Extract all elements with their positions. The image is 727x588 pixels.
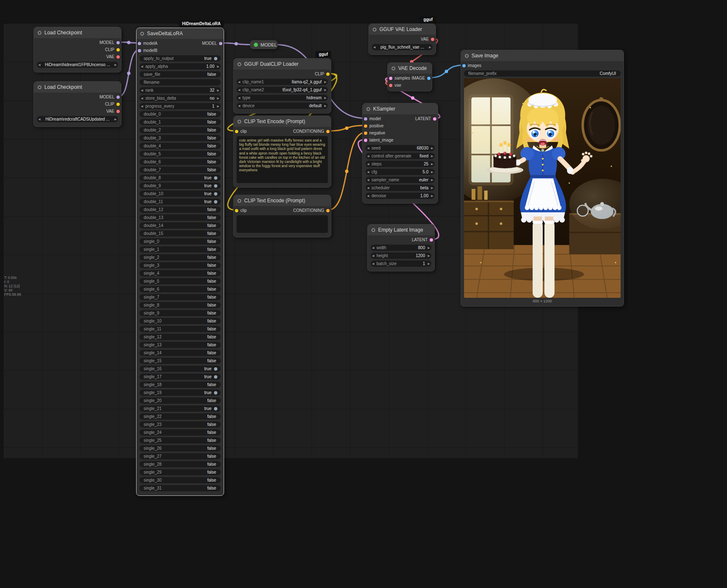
decrement-arrow-icon[interactable]: ◀ [237,103,242,109]
increment-arrow-icon[interactable]: ▶ [323,95,328,101]
collapse-dot-icon[interactable] [465,54,469,58]
widget-single_0[interactable]: single_0false [139,238,221,245]
input-slot-modelB[interactable]: modelB [137,47,224,54]
widget-single_31[interactable]: single_31false [139,485,221,491]
increment-arrow-icon[interactable]: ▶ [430,145,435,151]
input-dot-icon[interactable] [462,64,466,67]
output-slot-VAE[interactable]: VAE [34,53,121,60]
widget-double_3[interactable]: double_3false [139,135,221,141]
toggle-dot-icon[interactable] [214,200,217,204]
prompt-textarea[interactable]: cute anime girl with massive fluffy fenn… [237,136,328,183]
output-dot-icon[interactable] [116,95,120,99]
widget-width[interactable]: ◀width800▶ [371,245,431,251]
decrement-arrow-icon[interactable]: ◀ [371,245,376,251]
output-dot-icon[interactable] [116,41,120,44]
widget-double_8[interactable]: double_8true [139,175,221,181]
graph-viewport[interactable]: Load CheckpointMODELCLIPVAE◀HiDream\hidr… [0,0,727,588]
increment-arrow-icon[interactable]: ▶ [216,63,221,70]
node-clip_neg[interactable]: CLIP Text Encode (Prompt)clipCONDITIONIN… [233,195,331,237]
widget-denoise[interactable]: ◀denoise1.00▶ [366,193,435,199]
input-dot-icon[interactable] [364,139,367,142]
widget-single_7[interactable]: single_7false [139,294,221,300]
increment-arrow-icon[interactable]: ▶ [430,169,435,175]
input-slot-vae[interactable]: vae [388,82,432,89]
node-ggufvae[interactable]: ggufGGUF VAE LoaderVAE◀pig_flux_schnell_… [369,23,436,55]
widget-single_15[interactable]: single_15false [139,358,221,364]
output-dot-icon[interactable] [431,38,434,41]
widget-seed[interactable]: ◀seed68030▶ [366,145,435,151]
decrement-arrow-icon[interactable]: ◀ [37,116,42,122]
toggle-dot-icon[interactable] [214,375,217,379]
increment-arrow-icon[interactable]: ▶ [216,95,221,101]
output-dot-icon[interactable] [326,209,330,212]
widget-batch_size[interactable]: ◀batch_size1▶ [371,260,431,267]
input-slot-negative[interactable]: negative [363,129,438,137]
node-emptylatent[interactable]: Empty Latent ImageLATENT◀width800▶◀heigh… [367,224,435,271]
decrement-arrow-icon[interactable]: ◀ [139,95,144,101]
input-slot-latent_image[interactable]: latent_image [363,137,438,144]
decrement-arrow-icon[interactable]: ◀ [37,62,42,68]
increment-arrow-icon[interactable]: ▶ [113,116,118,122]
increment-arrow-icon[interactable]: ▶ [216,87,221,93]
toggle-dot-icon[interactable] [214,407,217,410]
widget-filename[interactable]: filename [139,79,221,85]
output-dot-icon[interactable] [430,238,433,242]
widget-single_17[interactable]: single_17true [139,374,221,380]
widget-single_5[interactable]: single_5false [139,278,221,284]
node-clip_pos[interactable]: CLIP Text Encode (Prompt)clipCONDITIONIN… [233,116,331,188]
input-dot-icon[interactable] [138,49,141,52]
increment-arrow-icon[interactable]: ▶ [426,245,431,251]
input-dot-icon[interactable] [364,132,367,135]
decrement-arrow-icon[interactable]: ◀ [366,193,371,199]
input-dot-icon[interactable] [364,124,367,128]
toggle-dot-icon[interactable] [214,192,217,196]
decrement-arrow-icon[interactable]: ◀ [366,145,371,151]
widget-store_bias_delta[interactable]: ◀store_bias_deltano▶ [139,95,221,101]
widget-double_10[interactable]: double_10true [139,191,221,197]
decrement-arrow-icon[interactable]: ◀ [366,153,371,159]
widget-scheduler[interactable]: ◀schedulerbeta▶ [366,185,435,191]
increment-arrow-icon[interactable]: ▶ [430,185,435,191]
widget-single_27[interactable]: single_27false [139,453,221,459]
output-slot-LATENT[interactable]: LATENT [368,236,434,243]
node-ckpt1[interactable]: Load CheckpointMODELCLIPVAE◀HiDream\hidr… [34,27,121,72]
input-slot-positive[interactable]: positive [363,122,438,129]
output-dot-icon[interactable] [116,55,120,59]
widget-control after generate[interactable]: ◀control after generatefixed▶ [366,153,435,159]
widget-value[interactable]: ◀HiDream\redcraftCADSUpdated ...▶ [37,116,118,122]
widget-single_11[interactable]: single_11false [139,326,221,332]
widget-steps[interactable]: ◀steps25▶ [366,161,435,167]
widget-single_1[interactable]: single_1false [139,246,221,253]
collapse-dot-icon[interactable] [392,67,395,70]
increment-arrow-icon[interactable]: ▶ [430,193,435,199]
collapse-dot-icon[interactable] [237,62,241,66]
decrement-arrow-icon[interactable]: ◀ [139,63,144,70]
widget-clip_name2[interactable]: ◀clip_name2t5xxl_fp32-q4_1.gguf▶ [237,87,328,93]
widget-single_24[interactable]: single_24false [139,429,221,436]
widget-single_2[interactable]: single_2false [139,254,221,260]
collapse-dot-icon[interactable] [237,120,241,124]
widget-single_29[interactable]: single_29false [139,469,221,475]
node-savedelta[interactable]: HiDreamDeltaLoRASaveDeltaLoRAmodelAmodel… [136,28,224,496]
output-slot-CONDITIONING[interactable]: CONDITIONING [234,128,331,135]
widget-single_16[interactable]: single_16true [139,366,221,372]
widget-rank[interactable]: ◀rank32▶ [139,87,221,93]
collapse-dot-icon[interactable] [366,107,370,111]
widget-height[interactable]: ◀height1200▶ [371,253,431,259]
output-slot-VAE[interactable]: VAE [34,108,121,115]
output-slot-CLIP[interactable]: CLIP [34,46,121,53]
decrement-arrow-icon[interactable]: ◀ [237,95,242,101]
node-vaedecode[interactable]: VAE DecodesamplesvaeIMAGE [387,62,432,91]
input-slot-images[interactable]: images [461,62,624,69]
node-ksampler[interactable]: KSamplermodelpositivenegativelatent_imag… [362,103,438,204]
widget-double_13[interactable]: double_13false [139,214,221,221]
collapse-dot-icon[interactable] [38,85,41,89]
widget-single_19[interactable]: single_19true [139,389,221,396]
widget-single_12[interactable]: single_12false [139,334,221,340]
output-slot-CLIP[interactable]: CLIP [234,70,331,77]
widget-single_22[interactable]: single_22false [139,413,221,420]
increment-arrow-icon[interactable]: ▶ [430,177,435,183]
widget-filename_prefix[interactable]: filename_prefixComfyUI [464,70,621,77]
decrement-arrow-icon[interactable]: ◀ [139,87,144,93]
widget-double_6[interactable]: double_6false [139,159,221,165]
